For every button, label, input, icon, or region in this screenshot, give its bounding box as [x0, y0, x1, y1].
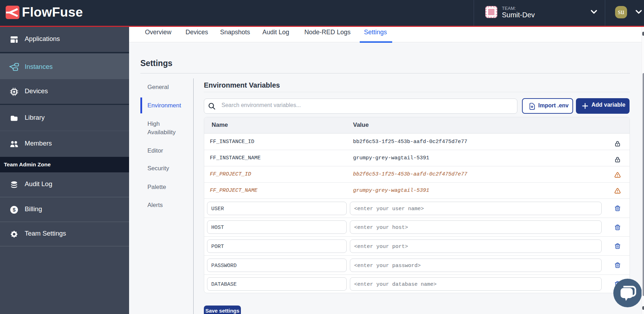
- svg-text:$: $: [13, 207, 16, 213]
